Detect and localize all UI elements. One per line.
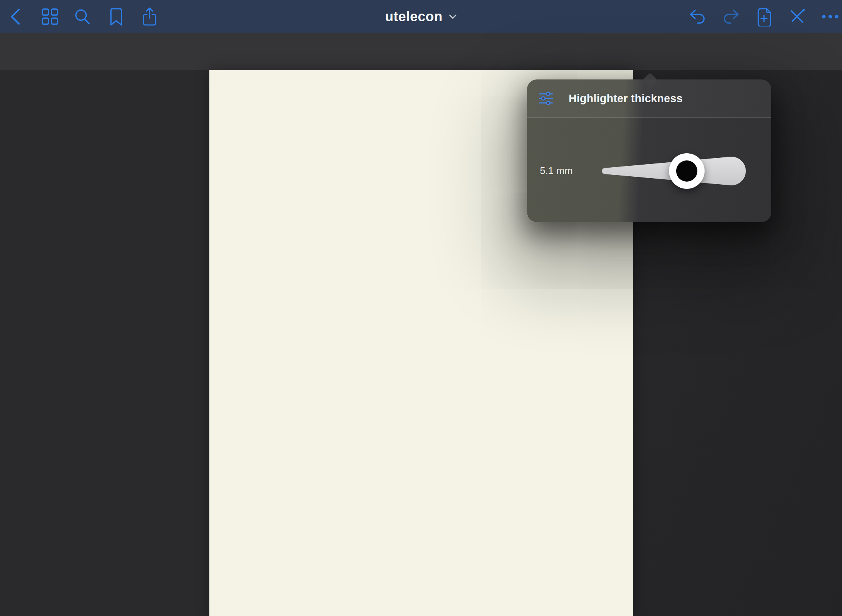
pen-mode-button[interactable] [786, 6, 808, 27]
redo-button[interactable] [720, 6, 741, 27]
ellipsis-icon [821, 14, 839, 19]
thickness-value-label: 5.1 mm [540, 165, 573, 177]
crossed-pen-icon [788, 8, 806, 26]
grid-view-icon [41, 8, 59, 25]
thickness-slider-knob-inner [676, 160, 697, 182]
navbar: utelecon [0, 0, 842, 33]
document-title: utelecon [385, 9, 443, 25]
document-title-button[interactable]: utelecon [385, 0, 457, 33]
toolbar: a [0, 33, 842, 70]
back-chevron-icon [8, 7, 25, 26]
undo-icon [688, 8, 707, 25]
popover-title: Highlighter thickness [504, 92, 748, 105]
add-page-button[interactable] [753, 6, 775, 27]
bookmark-icon [108, 7, 125, 26]
more-button[interactable] [820, 6, 841, 27]
redo-icon [721, 8, 740, 25]
back-button[interactable] [6, 6, 27, 27]
thickness-slider-knob[interactable] [669, 153, 705, 189]
search-icon [73, 8, 91, 26]
chevron-down-icon [449, 14, 457, 19]
notes-app-screen: utelecon [0, 0, 842, 616]
thumbnails-button[interactable] [39, 6, 61, 27]
add-page-icon [755, 7, 773, 26]
thickness-popover: Highlighter thickness 5.1 mm [527, 79, 771, 222]
popover-header: Highlighter thickness [527, 79, 771, 118]
search-button[interactable] [72, 6, 93, 27]
undo-button[interactable] [687, 6, 708, 27]
share-icon [141, 7, 158, 26]
share-button[interactable] [139, 6, 160, 27]
bookmark-button[interactable] [106, 6, 127, 27]
